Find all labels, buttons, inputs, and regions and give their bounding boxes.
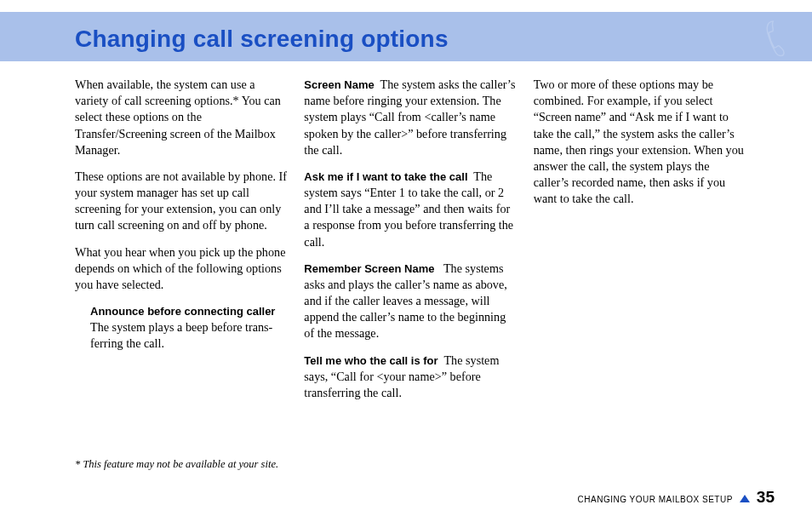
option-description: The system plays a beep before trans­fer… — [90, 320, 272, 350]
body-paragraph: What you hear when you pick up the phone… — [75, 244, 289, 294]
option-label: Screen Name — [304, 78, 374, 91]
option-label: Announce before connecting caller — [90, 305, 275, 318]
page-title: Changing call screening options — [75, 26, 449, 53]
column-1: When available, the system can use a var… — [75, 77, 289, 411]
page-number: 35 — [757, 488, 775, 507]
option-label: Tell me who the call is for — [304, 354, 437, 367]
body-columns: When available, the system can use a var… — [75, 77, 747, 411]
option-label: Ask me if I want to take the call — [304, 170, 467, 183]
option-block: Announce before connecting caller The sy… — [90, 303, 289, 353]
triangle-up-icon — [740, 495, 750, 502]
footer-section-label: CHANGING YOUR MAILBOX SETUP — [578, 495, 733, 504]
column-2: Screen Name The system asks the caller’s… — [304, 77, 518, 411]
phone-handset-icon — [746, 19, 786, 60]
option-label: Remember Screen Name — [304, 262, 434, 275]
page-footer: CHANGING YOUR MAILBOX SETUP 35 — [578, 488, 775, 507]
option-block: Tell me who the call is for The sys­tem … — [304, 353, 518, 402]
option-block: Ask me if I want to take the call The sy… — [304, 169, 518, 250]
option-block: Screen Name The system asks the caller’s… — [304, 77, 518, 158]
option-block: Remember Screen Name The sys­tems asks a… — [304, 261, 518, 342]
body-paragraph: When available, the system can use a var… — [75, 77, 289, 158]
footnote: * This feature may not be available at y… — [75, 458, 278, 471]
body-paragraph: These options are not available by phone… — [75, 169, 289, 234]
column-3: Two or more of these options may be comb… — [534, 77, 747, 411]
body-paragraph: Two or more of these options may be comb… — [534, 77, 747, 207]
